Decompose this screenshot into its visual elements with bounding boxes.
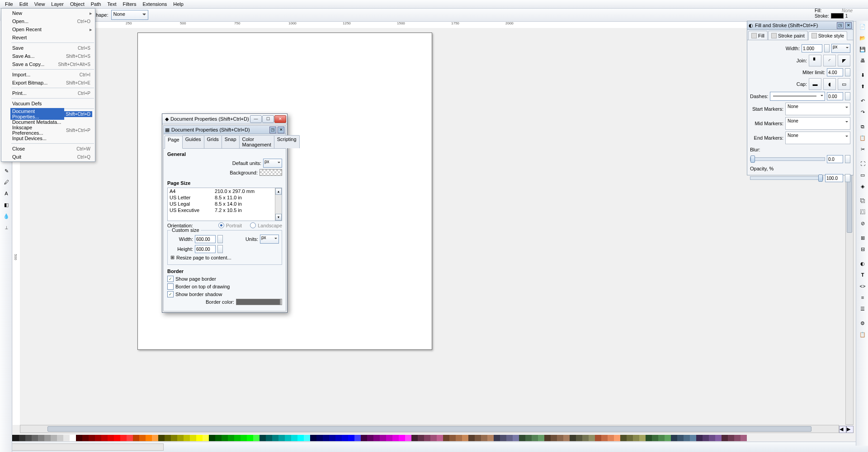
color-swatch[interactable]	[165, 435, 171, 441]
color-swatch[interactable]	[342, 435, 348, 441]
ungroup-icon[interactable]: ⊟	[857, 244, 868, 254]
tab-fill[interactable]: Fill	[748, 31, 768, 40]
blur-spinner[interactable]	[845, 155, 850, 163]
tab-color-management[interactable]: Color Management	[239, 135, 274, 148]
dropper-tool-icon[interactable]: 💧	[1, 211, 12, 221]
color-swatch[interactable]	[133, 435, 139, 441]
layers-icon[interactable]: ☰	[857, 303, 868, 314]
color-swatch[interactable]	[63, 435, 70, 441]
color-swatch[interactable]	[475, 435, 481, 441]
menu-view[interactable]: View	[31, 0, 48, 8]
color-swatch[interactable]	[285, 435, 291, 441]
color-swatch[interactable]	[513, 435, 519, 441]
color-swatch[interactable]	[215, 435, 222, 441]
color-swatch[interactable]	[506, 435, 513, 441]
stroke-width-input[interactable]	[802, 44, 822, 52]
color-swatch[interactable]	[532, 435, 538, 441]
join-round-icon[interactable]: ◜	[823, 55, 836, 66]
size-a4[interactable]: A4210.0 x 297.0 mm	[168, 188, 282, 194]
page-size-scrollbar[interactable]: ▴▾	[275, 188, 282, 221]
color-swatch[interactable]	[114, 435, 120, 441]
height-input[interactable]	[195, 245, 216, 253]
mid-markers-select[interactable]: None	[785, 117, 850, 130]
opacity-input[interactable]	[825, 174, 843, 182]
menu-item[interactable]: CloseCtrl+W	[1, 145, 95, 153]
color-swatch[interactable]	[380, 435, 386, 441]
resize-to-content[interactable]: Resize page to content...	[176, 255, 231, 260]
color-swatch[interactable]	[614, 435, 620, 441]
color-swatch[interactable]	[709, 435, 715, 441]
color-swatch[interactable]	[44, 435, 51, 441]
color-swatch[interactable]	[443, 435, 449, 441]
color-swatch[interactable]	[722, 435, 728, 441]
align-icon[interactable]: ≡	[857, 292, 868, 303]
color-swatch[interactable]	[19, 435, 25, 441]
color-swatch[interactable]	[329, 435, 335, 441]
menu-item[interactable]: SaveCtrl+S	[1, 44, 95, 52]
color-swatch[interactable]	[304, 435, 310, 441]
cap-butt-icon[interactable]: ▬	[809, 78, 821, 90]
color-swatch[interactable]	[354, 435, 361, 441]
tab-stroke-style[interactable]: Stroke style	[808, 31, 847, 40]
menu-item[interactable]: Inkscape Preferences...Shift+Ctrl+P	[1, 126, 95, 134]
color-swatch[interactable]	[171, 435, 177, 441]
page-size-list[interactable]: A4210.0 x 297.0 mm US Letter8.5 x 11.0 i…	[167, 188, 282, 221]
menu-extensions[interactable]: Extensions	[139, 0, 170, 8]
menu-layer[interactable]: Layer	[48, 0, 67, 8]
color-swatch[interactable]	[196, 435, 203, 441]
color-swatch[interactable]	[120, 435, 127, 441]
menu-item[interactable]: Export Bitmap...Shift+Ctrl+E	[1, 79, 95, 87]
tab-scripting[interactable]: Scripting	[274, 135, 300, 148]
width-spinner[interactable]	[217, 235, 223, 243]
color-swatch[interactable]	[247, 435, 253, 441]
menu-item[interactable]: Vacuum Defs	[1, 99, 95, 108]
height-spinner[interactable]	[217, 245, 223, 253]
color-swatch[interactable]	[228, 435, 234, 441]
color-swatch[interactable]	[367, 435, 373, 441]
stroke-width-unit[interactable]: px	[831, 44, 850, 53]
duplicate-icon[interactable]: ⿻	[857, 195, 868, 206]
stroke-width-spinner[interactable]	[824, 44, 830, 52]
panel-detach-icon[interactable]: ◳	[837, 22, 844, 29]
canvas-corner-icon[interactable]: ▶	[846, 426, 854, 433]
color-swatch[interactable]	[373, 435, 380, 441]
menu-item[interactable]: Save a Copy...Shift+Ctrl+Alt+S	[1, 60, 95, 68]
color-swatch[interactable]	[139, 435, 146, 441]
miter-input[interactable]	[827, 68, 843, 76]
show-shadow-checkbox[interactable]: ✓	[167, 291, 174, 297]
panel-close-icon[interactable]: ✕	[845, 22, 852, 29]
size-us-letter[interactable]: US Letter8.5 x 11.0 in	[168, 194, 282, 201]
export-icon[interactable]: ⬆	[857, 81, 868, 92]
color-swatch[interactable]	[203, 435, 209, 441]
color-swatch[interactable]	[639, 435, 646, 441]
color-swatch[interactable]	[418, 435, 424, 441]
color-swatch[interactable]	[266, 435, 272, 441]
text-dialog-icon[interactable]: T	[857, 269, 868, 280]
undo-icon[interactable]: ↶	[857, 95, 868, 106]
color-swatch[interactable]	[462, 435, 468, 441]
size-us-executive[interactable]: US Executive7.2 x 10.5 in	[168, 207, 282, 213]
color-swatch[interactable]	[158, 435, 165, 441]
color-swatch[interactable]	[658, 435, 665, 441]
color-swatch[interactable]	[557, 435, 563, 441]
menu-item[interactable]: Open...Ctrl+O	[1, 17, 95, 25]
dash-offset-input[interactable]	[827, 92, 843, 100]
color-swatch[interactable]	[665, 435, 671, 441]
color-swatch[interactable]	[127, 435, 133, 441]
color-swatch[interactable]	[184, 435, 190, 441]
start-markers-select[interactable]: None	[785, 103, 850, 115]
color-swatch[interactable]	[152, 435, 158, 441]
menu-help[interactable]: Help	[170, 0, 187, 8]
menu-item[interactable]: Input Devices...	[1, 134, 95, 142]
tab-guides[interactable]: Guides	[182, 135, 204, 148]
paste-icon[interactable]: 📋	[857, 132, 868, 143]
color-swatch[interactable]	[291, 435, 297, 441]
scrollbar-horizontal[interactable]	[20, 425, 839, 433]
default-units-select[interactable]: px	[263, 159, 282, 168]
color-swatch[interactable]	[570, 435, 576, 441]
border-color-swatch[interactable]	[236, 299, 282, 305]
menu-item[interactable]: Print...Ctrl+P	[1, 89, 95, 97]
orientation-portrait-radio[interactable]	[218, 222, 224, 228]
zoom-fit-icon[interactable]: ⛶	[857, 158, 868, 169]
menu-item[interactable]: Save As...Shift+Ctrl+S	[1, 52, 95, 60]
